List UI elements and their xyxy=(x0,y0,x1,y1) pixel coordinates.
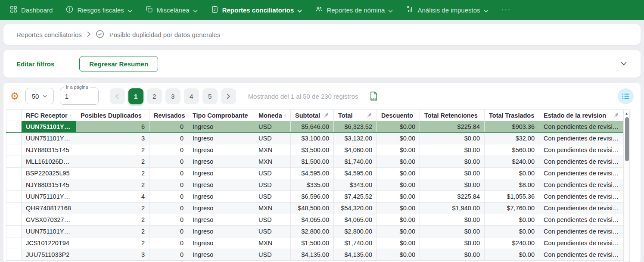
cell-tipo-comprobante: Ingreso xyxy=(188,156,254,168)
cell-tipo-comprobante: Ingreso xyxy=(188,133,254,144)
chevron-right-icon xyxy=(87,31,90,38)
table-row[interactable]: UUN751101YY840IngresoUSD$6,596.00$7,425.… xyxy=(6,191,624,203)
breadcrumb-parent[interactable]: Reportes conciliatorios xyxy=(16,31,82,38)
column-header-label: Tipo Comprobante xyxy=(193,112,248,119)
cell-descuento: $0.00 xyxy=(377,144,420,156)
nav-item-miscelanea[interactable]: Miscelánea xyxy=(145,5,198,15)
table-row[interactable]: GVSX070327ES620IngresoUSD$4,065.00$4,065… xyxy=(6,214,624,226)
page-button-5[interactable]: 5 xyxy=(202,88,218,104)
table-row[interactable]: UUN751101YY860IngresoUSD$5,646.00$6,323.… xyxy=(6,121,624,133)
chevron-down-icon xyxy=(43,95,47,97)
next-page-button[interactable] xyxy=(221,88,236,104)
cell-descuento: $0.00 xyxy=(377,203,420,214)
column-pin-icon xyxy=(613,112,619,118)
table-row[interactable]: NJY880315T4520IngresoMXN$3,500.00$4,060.… xyxy=(6,144,624,156)
gear-icon[interactable]: ⚙ xyxy=(10,91,19,101)
edit-filters-button[interactable]: Editar filtros xyxy=(16,60,54,68)
page-button-1[interactable]: 1 xyxy=(128,88,143,104)
table-scrollbar[interactable]: ▲ xyxy=(623,109,630,262)
cell-posibles-duplicados: 2 xyxy=(76,203,149,214)
row-leading-cell xyxy=(6,237,22,249)
cell-estado-revision: Con pendientes de revisión xyxy=(539,249,624,261)
column-header-label: Descuento xyxy=(381,112,413,119)
row-leading-cell xyxy=(6,133,22,144)
nav-item-dashboard[interactable]: Dashboard xyxy=(9,5,53,15)
list-view-button[interactable] xyxy=(618,88,634,104)
copy-icon xyxy=(145,5,153,15)
cell-rfc-receptor: JCS101220T94 xyxy=(22,237,76,249)
column-header-total[interactable]: Total xyxy=(334,110,377,121)
column-header-rfc-receptor[interactable]: RFC Receptor xyxy=(22,110,76,121)
page-button-2[interactable]: 2 xyxy=(147,88,162,104)
column-pin-icon xyxy=(69,112,72,118)
column-header-estado-revision[interactable]: Estado de la revision xyxy=(539,110,624,121)
column-pin-icon xyxy=(324,112,329,118)
cell-estado-revision: Con pendientes de revisión xyxy=(539,144,624,156)
nav-item-riesgos-fiscales[interactable]: Riesgos fiscales xyxy=(65,5,132,15)
collapse-panel-chevron-icon[interactable] xyxy=(621,59,627,67)
nav-item-reportes-de-nomina[interactable]: Reportes de nómina xyxy=(315,5,393,15)
cell-descuento: $0.00 xyxy=(377,168,420,179)
table-row[interactable]: UUN751101YY820IngresoUSD$2,800.00$2,800.… xyxy=(6,226,624,237)
cell-total-traslados: $0.00 xyxy=(485,249,539,261)
table-row[interactable]: QHR74081716820IngresoMXN$48,500.00$54,32… xyxy=(6,203,624,214)
page-size-select[interactable]: 50 xyxy=(25,88,54,104)
column-header-label: Estado de la revision xyxy=(544,112,606,119)
cell-moneda: USD xyxy=(254,168,291,179)
column-header-total-traslados[interactable]: Total Traslados xyxy=(485,110,539,121)
chevron-down-icon xyxy=(193,6,198,14)
cell-moneda: USD xyxy=(254,179,291,191)
column-header-revisados[interactable]: Revisados xyxy=(149,110,188,121)
nav-item-reportes-conciliatorios[interactable]: Reportes conciliatorios xyxy=(211,5,302,15)
column-header-descuento[interactable]: Descuento xyxy=(377,110,420,121)
table-row[interactable]: JUU7511033P230IngresoUSD$4,135.00$4,135.… xyxy=(6,249,624,261)
row-leading-cell xyxy=(6,144,22,156)
table-row[interactable]: JCS101220T9420IngresoMXN$1,500.00$1,740.… xyxy=(6,237,624,249)
cell-total-traslados: $0.00 xyxy=(485,168,539,179)
table-row[interactable]: BSP220325L9520IngresoUSD$4,595.00$4,595.… xyxy=(6,168,624,179)
goto-page-input[interactable] xyxy=(65,93,95,100)
table-row[interactable]: MLL161026DKA20IngresoMXN$1,500.00$1,740.… xyxy=(6,156,624,168)
cell-tipo-comprobante: Ingreso xyxy=(188,179,254,191)
column-header-label: Posibles Duplicados xyxy=(81,112,142,119)
bar-chart-icon xyxy=(406,5,414,15)
column-header-tipo-comprobante[interactable]: Tipo Comprobante xyxy=(188,110,254,121)
page-button-4[interactable]: 4 xyxy=(184,88,199,104)
cell-subtotal: $4,595.00 xyxy=(291,168,334,179)
table-row[interactable]: UUN751101YY830IngresoUSD$3,100.00$3,132.… xyxy=(6,133,624,144)
scroll-up-arrow-icon[interactable]: ▲ xyxy=(624,110,629,115)
column-header-posibles-duplicados[interactable]: Posibles Duplicados xyxy=(76,110,149,121)
prev-page-button[interactable] xyxy=(110,88,125,104)
cell-moneda: MXN xyxy=(254,144,291,156)
table-header-row: RFC ReceptorPosibles DuplicadosRevisados… xyxy=(6,110,624,121)
duplicates-table: RFC ReceptorPosibles DuplicadosRevisados… xyxy=(6,109,624,261)
cell-estado-revision: Con pendientes de revisión xyxy=(539,226,624,237)
cell-tipo-comprobante: Ingreso xyxy=(188,121,254,133)
row-leading-cell xyxy=(6,203,22,214)
column-header-subtotal[interactable]: Subtotal xyxy=(291,110,334,121)
back-to-summary-button[interactable]: Regresar Resumen xyxy=(79,56,158,72)
cell-total-traslados: $0.00 xyxy=(485,214,539,226)
page-size-value: 50 xyxy=(32,93,39,100)
cell-total: $3,132.00 xyxy=(334,133,377,144)
page-button-3[interactable]: 3 xyxy=(165,88,180,104)
column-header-total-retenciones[interactable]: Total Retenciones xyxy=(420,110,485,121)
nav-more-button[interactable]: ··· xyxy=(501,6,511,14)
scrollbar-thumb[interactable] xyxy=(625,117,629,161)
cell-tipo-comprobante: Ingreso xyxy=(188,249,254,261)
cell-subtotal: $335.00 xyxy=(291,179,334,191)
cell-moneda: MXN xyxy=(254,237,291,249)
cell-revisados: 0 xyxy=(149,144,188,156)
csv-export-button[interactable]: CSV xyxy=(370,91,378,101)
cell-descuento: $0.00 xyxy=(377,237,420,249)
nav-item-analisis-de-impuestos[interactable]: Análisis de impuestos xyxy=(406,5,488,15)
cell-descuento: $0.00 xyxy=(377,121,420,133)
table-toolbar: ⚙ 50 Ir a página 1 2 3 4 5 Mostrando del… xyxy=(6,83,638,109)
cell-total-retenciones: $0.00 xyxy=(420,179,485,191)
table-row[interactable]: NJY880315T4520IngresoUSD$335.00$343.00$0… xyxy=(6,179,624,191)
cell-total-traslados: $903.36 xyxy=(485,121,539,133)
column-header-moneda[interactable]: Moneda xyxy=(254,110,291,121)
cell-posibles-duplicados: 3 xyxy=(76,133,149,144)
cell-total: $1,740.00 xyxy=(334,156,377,168)
cell-total-traslados: $8.00 xyxy=(485,179,539,191)
